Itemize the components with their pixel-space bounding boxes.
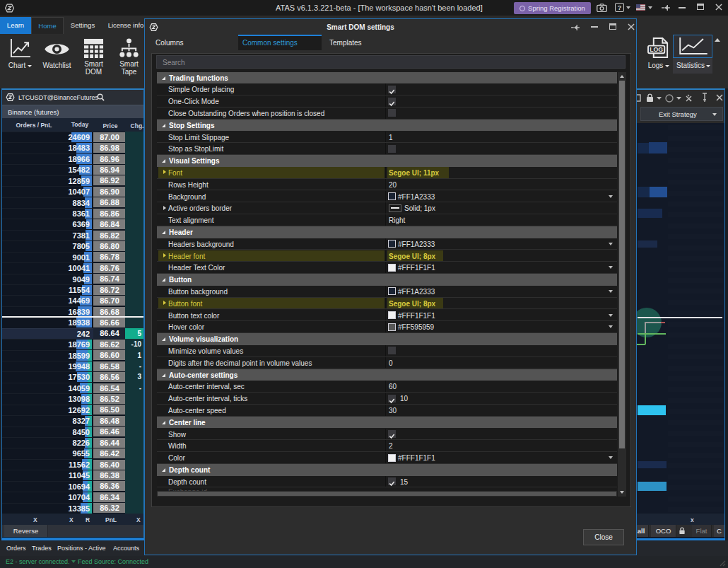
svg-text:LOG: LOG <box>650 46 663 53</box>
